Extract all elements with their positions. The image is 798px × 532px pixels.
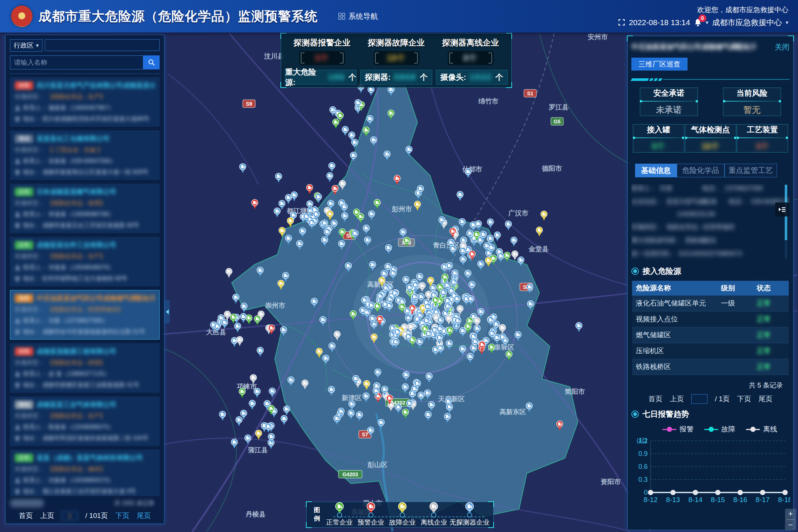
pager-total: / 1页 <box>715 394 730 404</box>
hazard-row[interactable]: 液化石油气储罐区单元一级正常 <box>632 296 789 311</box>
company-address-row: 地址： 成都市某某五化工开发区某某路 69号 <box>15 222 155 229</box>
company-detail-panel: 中石油某某油气田公司成都储气调配站天然气储配场 关闭 三维厂区巡查 安全承诺未承… <box>627 36 794 530</box>
company-list-item[interactable]: 预警中石油某某油气田公司成都储气调配站天然气储配场所属类型：【危险化学品 - 经… <box>10 290 160 340</box>
company-list-item[interactable]: 正常日本成都某某燃气有限公司所属类型：【危险化学品 - 使用】联系人： 李某某（… <box>10 184 160 233</box>
city-label: 彭州市 <box>392 205 412 213</box>
hazard-name: 燃气储罐区 <box>632 327 717 343</box>
trend-legend: 报警故障离线 <box>631 424 790 434</box>
close-button[interactable]: 关闭 <box>775 42 790 52</box>
city-label: 罗江县 <box>549 103 569 111</box>
legend-label: 离线企业 <box>420 518 447 527</box>
stat-label: 探测器离线企业 <box>442 37 499 48</box>
pager-next[interactable]: 下页 <box>115 511 129 521</box>
tab-key-processes[interactable]: 重点监管工艺 <box>724 164 777 177</box>
3d-tour-button[interactable]: 三维厂区巡查 <box>631 58 688 71</box>
company-address-row: 地址： 成都市新都区某某工业园某某路 41号 <box>15 381 155 389</box>
status-badge: 报警 <box>15 347 33 356</box>
company-list-item[interactable]: 报警成都某某能源工程有限公司所属类型：【危险化学品 - 经营】联系人： 赵 某（… <box>10 343 160 393</box>
pager-prev[interactable]: 上页 <box>40 511 54 521</box>
tab-hazardous-chemicals[interactable]: 危险化学品 <box>677 164 724 177</box>
legend-label: 离线 <box>763 424 777 434</box>
hazard-row[interactable]: 压缩机区正常 <box>632 343 789 359</box>
company-list-item[interactable]: 报警四川某某天然气产品有限公司成都某某分公司所属类型：【危险化学品 - 生产】联… <box>10 77 160 127</box>
panel-collapse-button[interactable] <box>775 202 789 216</box>
fullscreen-icon[interactable] <box>618 19 625 26</box>
count-card-value-blurred: 3个 <box>756 141 769 152</box>
info-row-blurred: 企业信息： 某某天然气储配场 电话： 028-84680177 / <box>631 197 790 206</box>
pager-prev[interactable]: 上页 <box>670 394 684 404</box>
detector-stat-card: 探测器离线企业8个 <box>433 37 508 65</box>
company-list-item[interactable]: 正常某某（成都）某某气体科技有限公司所属类型：【危险化学品 - 储存】联系人： … <box>10 450 160 496</box>
company-list-item[interactable]: 离线某某某化工仓储有限公司所属类型：【 工贸企业 - 仓储 】联系人： 张某某（… <box>10 130 160 180</box>
pager-last[interactable]: 尾页 <box>137 511 151 521</box>
pager-first[interactable]: 首页 <box>648 394 662 404</box>
counter-unit: 个 <box>348 72 356 82</box>
svg-text:0.3: 0.3 <box>638 476 648 483</box>
company-address-row: 地址： 成都市双流区某某街道某某路二段 100号 <box>15 434 155 442</box>
counter-unit: 个 <box>420 72 427 82</box>
counter-label: 摄像头: <box>440 72 466 82</box>
legend-item: 报警 <box>662 424 694 434</box>
district-value-input[interactable] <box>45 39 160 51</box>
company-type-row: 所属类型：【危险化学品 - 使用】 <box>15 200 155 207</box>
person-icon <box>15 212 20 217</box>
counter-pill: 探测器:5868个 <box>360 70 432 85</box>
district-label: 行政区 <box>14 41 34 50</box>
system-nav-button[interactable]: 系统导航 <box>338 11 378 21</box>
city-label: 高新东区 <box>499 408 526 416</box>
counter-value-blurred: 186 <box>328 72 345 82</box>
svg-text:S7: S7 <box>362 432 368 437</box>
record-count: 共 1001 条记录 <box>115 499 160 507</box>
legend-item: 故障 <box>704 424 736 434</box>
person-icon <box>15 318 20 324</box>
location-icon <box>15 329 20 335</box>
map-legend-item: 离线企业 <box>418 502 450 527</box>
org-name[interactable]: 成都市应急救援中心 <box>712 17 782 28</box>
count-card: 气体检测点16个 <box>685 124 736 153</box>
hazard-row[interactable]: 视频接入点位正常 <box>632 311 789 327</box>
notification-bell-icon[interactable]: 0 <box>694 18 702 27</box>
company-list-item[interactable]: 正常成都某某化学工业有限公司所属类型：【危险化学品 - 生产】联系人： 何某某（… <box>10 237 160 286</box>
legend-ring-icon <box>400 512 405 518</box>
zoom-in-button[interactable]: + <box>785 509 796 519</box>
district-dropdown[interactable]: 行政区 ▾ <box>10 39 42 52</box>
hazard-row[interactable]: 燃气储罐区正常 <box>632 327 789 343</box>
company-address-row: 地址： 成都市金牛区某某镇某某村白云路 51号 <box>15 328 155 336</box>
hazard-row[interactable]: 铁路栈桥区正常 <box>632 359 789 375</box>
company-list-item[interactable]: 离线成都某某工业气体有限公司所属类型：【危险化学品 - 生产】联系人： 陈某某（… <box>10 396 160 446</box>
chevron-down-icon[interactable]: ▾ <box>785 19 788 26</box>
pager-page-input[interactable] <box>691 394 707 404</box>
chevron-down-icon[interactable]: ▾ <box>706 19 709 26</box>
pager-first[interactable]: 首页 <box>19 511 33 521</box>
legend-label: 故障 <box>722 424 736 434</box>
pager-page-input[interactable]: 1 <box>62 511 78 521</box>
status-badge: 正常 <box>15 454 33 462</box>
company-name: 某某（成都）某某气体科技有限公司 <box>37 453 143 462</box>
company-type-row: 所属类型：【危险化学品 - 经营】 <box>15 359 155 367</box>
company-type-row: 所属类型：【危险化学品 - 生产】 <box>15 93 155 101</box>
hazard-status-blurred: 正常 <box>757 347 771 355</box>
info-row-blurred: 联系人： 刘某 电话： 13708627585 <box>631 184 790 192</box>
trend-chart-wrap: (起) 00.30.60.91.28-128-138-148-158-168-1… <box>631 436 790 507</box>
header-right: 欢迎您，成都市应急救援中心 2022-08-18 13:14 0 ▾ 成都市应急… <box>618 5 788 28</box>
zoom-out-button[interactable]: − <box>785 520 796 531</box>
pager-next[interactable]: 下页 <box>737 394 751 404</box>
search-input[interactable] <box>10 55 143 69</box>
detector-stat-card: 探测器报警企业3个 <box>285 37 359 65</box>
company-contact-row: 联系人： 陈某某（13348089075） <box>15 423 155 431</box>
tab-basic-info[interactable]: 基础信息 <box>635 164 677 177</box>
footer-pill-blurred[interactable] <box>10 499 44 507</box>
person-icon <box>15 371 20 377</box>
location-icon <box>15 276 20 282</box>
sidebar-collapse-handle[interactable] <box>164 300 170 324</box>
svg-text:0.9: 0.9 <box>638 450 648 457</box>
app: 汶川县安州市绵竹市罗江县什邡市德阳市广汉市金堂县青白江区彭州市都江堰市高新西区崇… <box>0 0 798 532</box>
search-button[interactable] <box>143 55 160 69</box>
svg-text:S1: S1 <box>527 91 533 96</box>
city-label: 邛崃市 <box>236 383 257 390</box>
company-contact-row: 联系人： 李某某（13608086768） <box>15 211 155 218</box>
pager-last[interactable]: 尾页 <box>758 394 773 404</box>
location-icon <box>15 436 20 441</box>
info-row-blurred: 13408525136 <box>631 211 790 218</box>
hazard-table-header: 危险源名称级别状态 <box>632 281 789 296</box>
